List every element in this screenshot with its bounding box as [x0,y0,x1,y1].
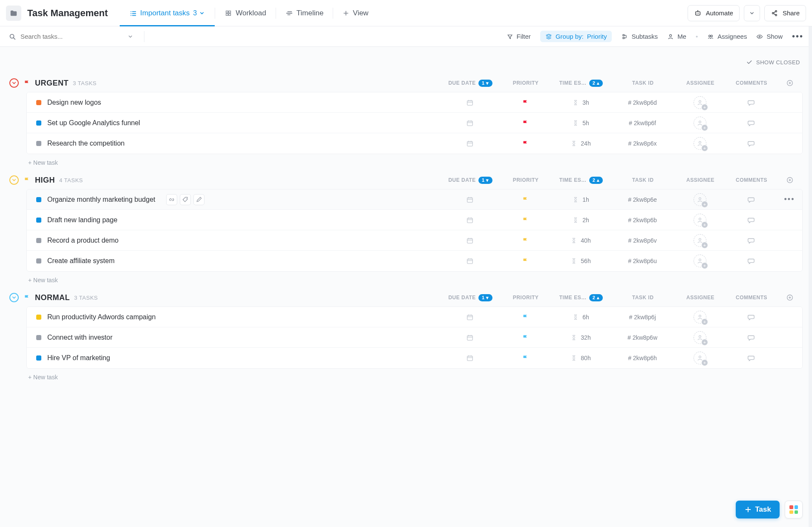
cell-comments[interactable] [726,237,777,244]
status-square[interactable] [36,335,41,340]
new-task-button[interactable]: + New task [9,369,803,381]
subtask-quick-button[interactable] [166,194,177,205]
cell-priority[interactable] [500,119,551,127]
new-task-fab[interactable]: Task [736,501,780,518]
task-row[interactable]: Run productivity Adwords campaign 6h # 2… [27,307,802,327]
cell-assignee[interactable] [674,255,726,267]
group-title-area[interactable]: URGENT 3 TASKS [9,78,441,88]
share-button[interactable]: Share [764,5,806,21]
assignees-button[interactable]: Assignees [707,33,747,40]
scrollbar-track[interactable] [809,26,812,527]
col-priority[interactable]: PRIORITY [500,80,551,86]
new-task-button[interactable]: + New task [9,272,803,284]
show-button[interactable]: Show [756,33,783,40]
col-due-date[interactable]: DUE DATE1 ▾ [441,177,500,184]
cell-due-date[interactable] [440,257,500,265]
cell-assignee[interactable] [674,117,726,129]
collapse-toggle[interactable] [9,293,19,302]
assignee-add[interactable] [694,331,706,344]
add-column-button[interactable] [777,79,803,87]
cell-comments[interactable] [726,140,777,147]
cell-due-date[interactable] [440,354,500,362]
cell-task-id[interactable]: # 2kw8p6h [610,355,674,361]
apps-launcher[interactable] [785,501,803,518]
cell-due-date[interactable] [440,196,500,203]
tag-quick-button[interactable] [180,194,191,205]
assignee-add[interactable] [694,117,706,129]
col-time-est[interactable]: TIME ES…2 ▴ [551,80,611,87]
cell-task-id[interactable]: # 2kw8p6v [610,237,674,244]
assignee-add[interactable] [694,96,706,109]
task-row[interactable]: Connect with investor 32h # 2kw8p6w [27,327,802,348]
filter-button[interactable]: Filter [507,33,531,40]
assignee-add[interactable] [694,193,706,206]
cell-priority[interactable] [500,99,551,106]
cell-comments[interactable] [726,99,777,106]
status-square[interactable] [36,258,41,264]
task-row[interactable]: Draft new landing page 2h # 2kw8p6b [27,210,802,230]
tab-important-tasks[interactable]: Important tasks 3 [120,0,215,26]
col-comments[interactable]: COMMENTS [726,80,777,86]
task-main[interactable]: Research the competition [27,140,440,147]
cell-comments[interactable] [726,313,777,321]
assignee-add[interactable] [694,137,706,150]
status-square[interactable] [36,141,41,146]
group-title-area[interactable]: NORMAL 3 TASKS [9,293,441,302]
add-column-button[interactable] [777,294,803,301]
task-main[interactable]: Create affiliate system [27,257,440,265]
cell-time-estimate[interactable]: 2h [551,217,610,223]
cell-time-estimate[interactable]: 40h [551,237,610,244]
cell-assignee[interactable] [674,137,726,150]
cell-priority[interactable] [500,334,551,341]
task-main[interactable]: Connect with investor [27,334,440,341]
col-comments[interactable]: COMMENTS [726,177,777,183]
col-priority[interactable]: PRIORITY [500,177,551,183]
cell-time-estimate[interactable]: 80h [551,355,610,361]
cell-assignee[interactable] [674,96,726,109]
task-row[interactable]: Record a product demo 40h # 2kw8p6v [27,230,802,251]
status-square[interactable] [36,197,41,202]
task-row[interactable]: Create affiliate system 56h # 2kw8p6u [27,251,802,271]
tab-timeline[interactable]: Timeline [276,0,333,26]
task-row[interactable]: Organize monthly marketing budget 1h # 2… [27,189,802,210]
status-square[interactable] [36,355,41,361]
cell-task-id[interactable]: # 2kw8p6f [610,120,674,126]
subtasks-button[interactable]: Subtasks [621,33,658,40]
cell-priority[interactable] [500,237,551,244]
cell-comments[interactable] [726,196,777,203]
status-square[interactable] [36,120,41,126]
cell-priority[interactable] [500,313,551,321]
cell-comments[interactable] [726,119,777,127]
status-square[interactable] [36,100,41,105]
task-row[interactable]: Design new logos 3h # 2kw8p6d [27,92,802,113]
cell-priority[interactable] [500,216,551,224]
cell-comments[interactable] [726,354,777,362]
tab-add-view[interactable]: View [333,0,378,26]
cell-due-date[interactable] [440,237,500,244]
col-task-id[interactable]: TASK ID [611,177,675,183]
row-more-menu[interactable]: ••• [777,195,802,204]
assignee-add[interactable] [694,214,706,226]
tab-workload[interactable]: Workload [215,0,276,26]
cell-task-id[interactable]: # 2kw8p6j [610,314,674,321]
cell-due-date[interactable] [440,313,500,321]
task-main[interactable]: Hire VP of marketing [27,354,440,362]
cell-time-estimate[interactable]: 1h [551,196,610,203]
cell-task-id[interactable]: # 2kw8p6u [610,258,674,264]
cell-task-id[interactable]: # 2kw8p6x [610,140,674,147]
assignee-add[interactable] [694,255,706,267]
assignee-add[interactable] [694,311,706,324]
cell-comments[interactable] [726,216,777,224]
rename-quick-button[interactable] [193,194,204,205]
cell-assignee[interactable] [674,352,726,364]
col-time-est[interactable]: TIME ES…2 ▴ [551,294,611,301]
group-title-area[interactable]: HIGH 4 TASKS [9,175,441,185]
task-main[interactable]: Run productivity Adwords campaign [27,313,440,321]
col-task-id[interactable]: TASK ID [611,295,675,301]
group-by-button[interactable]: Group by: Priority [540,31,612,42]
status-square[interactable] [36,238,41,243]
cell-comments[interactable] [726,257,777,265]
me-button[interactable]: Me [667,33,686,40]
cell-due-date[interactable] [440,119,500,127]
cell-priority[interactable] [500,140,551,147]
